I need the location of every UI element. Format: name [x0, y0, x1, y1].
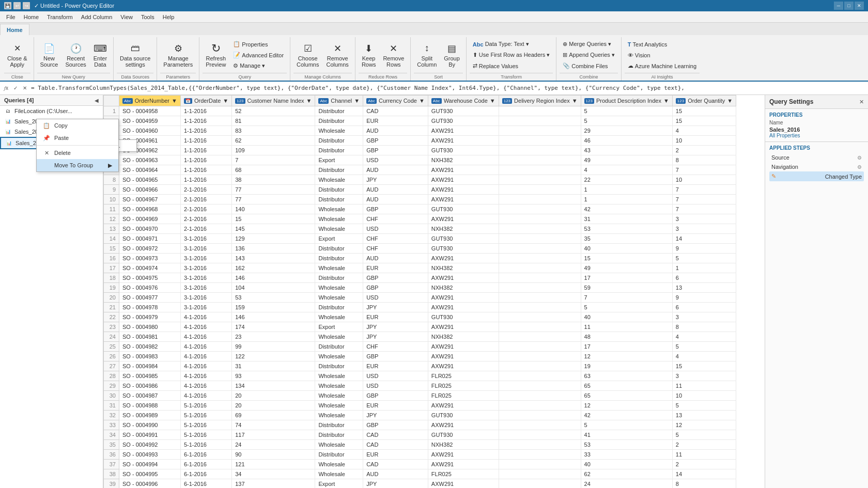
window-controls: ─ □ ✕ — [834, 2, 864, 10]
close-button[interactable]: ✕ — [855, 2, 864, 10]
step-navigation[interactable]: Navigation ⚙ — [769, 162, 864, 171]
table-cell: 5 — [672, 342, 736, 352]
menu-tools[interactable]: Tools — [137, 13, 159, 21]
row-number-cell: 36 — [104, 450, 119, 460]
vision-button[interactable]: 👁 Vision — [625, 50, 700, 60]
table-row: 12SO - 00049692-1-201615WholesaleCHFAXW2… — [104, 214, 736, 224]
table-cell: 34 — [232, 469, 315, 479]
queries-collapse-toggle[interactable]: ◀ — [95, 98, 99, 103]
table-cell: Wholesale — [315, 263, 363, 273]
combine-files-button[interactable]: 📎 Combine Files — [560, 61, 618, 71]
data-grid[interactable]: Abc OrderNumber ▼ 📅 OrderDate ▼ — [103, 95, 765, 488]
context-paste[interactable]: 📌 Paste — [37, 132, 118, 144]
maximize-button[interactable]: □ — [844, 2, 854, 10]
table-cell: 77 — [232, 195, 315, 204]
table-cell: 4-1-2016 — [180, 391, 231, 401]
context-move-to-group[interactable]: Move To Group ▶ — [37, 159, 118, 171]
col-warehouse-code[interactable]: Abc Warehouse Code ▼ — [428, 96, 499, 106]
col-currency-code[interactable]: Abc Currency Code ▼ — [363, 96, 428, 106]
menu-add-column[interactable]: Add Column — [77, 13, 117, 21]
col-customer-name[interactable]: 123 Customer Name Index ▼ — [232, 96, 315, 106]
merge-queries-button[interactable]: ⊕ Merge Queries ▾ — [560, 39, 618, 50]
ribbon-tab-home[interactable]: Home — [0, 24, 29, 35]
menu-home[interactable]: Home — [20, 13, 43, 21]
table-cell: 4 — [672, 352, 736, 361]
all-properties-link[interactable]: All Properties — [769, 133, 864, 138]
table-cell: 134 — [232, 381, 315, 391]
step-changed-type[interactable]: ✎ Changed Type — [769, 171, 864, 181]
formula-check-icon[interactable]: ✓ — [11, 84, 20, 92]
manage-button[interactable]: ⚙ Manage ▾ — [230, 61, 287, 71]
keep-rows-button[interactable]: ⬇ KeepRows — [359, 41, 379, 70]
new-source-button[interactable]: 📄 NewSource — [37, 41, 61, 70]
table-cell: 17 — [581, 273, 672, 283]
minimize-button[interactable]: ─ — [834, 2, 843, 10]
manage-parameters-button[interactable]: ⚙ ManageParameters — [160, 41, 196, 70]
formula-fx-icon[interactable]: 𝑓x — [2, 84, 10, 92]
manage-columns-buttons: ☑ ChooseColumns ✕ RemoveColumns — [293, 37, 352, 73]
use-first-row-button[interactable]: ⬆ Use First Row as Headers ▾ — [470, 50, 553, 60]
col-order-quantity[interactable]: 123 Order Quantity ▼ — [672, 96, 736, 106]
advanced-editor-button[interactable]: 📝 Advanced Editor — [230, 50, 287, 60]
close-group-label: Close — [4, 73, 30, 81]
menu-file[interactable]: File — [2, 13, 20, 21]
col-channel[interactable]: Abc Channel ▼ — [315, 96, 363, 106]
formula-input[interactable] — [31, 85, 866, 91]
context-copy[interactable]: 📋 Copy — [37, 119, 118, 132]
col-order-date[interactable]: 📅 OrderDate ▼ — [180, 96, 231, 106]
row-number-cell: 9 — [104, 185, 119, 195]
row-number-cell: 37 — [104, 460, 119, 469]
split-column-button[interactable]: ↕ SplitColumn — [414, 41, 440, 70]
table-cell: Wholesale — [315, 371, 363, 381]
ribbon-group-parameters: ⚙ ManageParameters Parameters — [158, 37, 199, 81]
formula-cancel-icon[interactable]: ✕ — [21, 84, 29, 92]
menu-help[interactable]: Help — [159, 13, 179, 21]
table-cell: Wholesale — [315, 312, 363, 322]
data-type-button[interactable]: Abc Data Type: Text ▾ — [470, 39, 553, 50]
row-number-cell: 35 — [104, 440, 119, 450]
table-cell: SO - 0004978 — [119, 303, 181, 312]
table-cell: GUT930 — [428, 430, 499, 440]
group-by-button[interactable]: ▤ GroupBy — [441, 41, 463, 70]
table-cell: CAD — [363, 460, 428, 469]
table-cell: 7 — [232, 155, 315, 165]
text-analytics-button[interactable]: T Text Analytics — [625, 39, 700, 50]
properties-button[interactable]: 📋 Properties — [230, 39, 287, 50]
col-delivery-region[interactable]: 123 Delivery Region Index ▼ — [499, 96, 581, 106]
table-cell — [499, 155, 581, 165]
table-cell — [499, 234, 581, 244]
table-cell: 159 — [232, 303, 315, 312]
folder-icon: 🗂 — [4, 107, 11, 115]
col-order-number[interactable]: Abc OrderNumber ▼ — [119, 96, 181, 106]
close-apply-button[interactable]: ✕ Close &Apply — [4, 41, 30, 70]
col-product-description[interactable]: 123 Product Description Index ▼ — [581, 96, 672, 106]
table-cell: 49 — [581, 155, 672, 165]
enter-data-icon: ⌨ — [95, 43, 106, 54]
query-settings-close[interactable]: ✕ — [859, 99, 864, 105]
merge-queries-icon: ⊕ — [563, 41, 567, 48]
table-cell: GBP — [363, 146, 428, 155]
recent-sources-button[interactable]: 🕐 RecentSources — [62, 41, 89, 70]
azure-ml-button[interactable]: ☁ Azure Machine Learning — [625, 61, 700, 71]
enter-data-button[interactable]: ⌨ EnterData — [90, 41, 110, 70]
refresh-preview-button[interactable]: ↻ RefreshPreview — [203, 41, 229, 70]
menu-transform[interactable]: Transform — [43, 13, 77, 21]
context-delete[interactable]: ✕ Delete — [37, 147, 118, 159]
data-source-settings-button[interactable]: 🗃 Data sourcesettings — [117, 41, 153, 70]
query-item-file-location[interactable]: 🗂 FileLocation (C:\User... — [0, 106, 103, 116]
ribbon-group-new-query: 📄 NewSource 🕐 RecentSources ⌨ EnterData … — [35, 37, 114, 81]
replace-values-button[interactable]: ⇄ Replace Values — [470, 61, 553, 71]
step-source-gear[interactable]: ⚙ — [857, 155, 862, 161]
menu-view[interactable]: View — [116, 13, 137, 21]
table-cell: Distributor — [315, 195, 363, 204]
table-cell: JPY — [363, 322, 428, 332]
table-cell: AXW291 — [428, 479, 499, 489]
step-source[interactable]: Source ⚙ — [769, 153, 864, 162]
remove-columns-button[interactable]: ✕ RemoveColumns — [323, 41, 351, 70]
append-queries-button[interactable]: ⊞ Append Queries ▾ — [560, 50, 618, 60]
remove-rows-button[interactable]: ✕ RemoveRows — [380, 41, 407, 70]
choose-columns-button[interactable]: ☑ ChooseColumns — [293, 41, 322, 70]
table-cell: 2-1-2016 — [180, 185, 231, 195]
step-navigation-gear[interactable]: ⚙ — [857, 164, 862, 170]
manage-parameters-icon: ⚙ — [173, 43, 184, 54]
